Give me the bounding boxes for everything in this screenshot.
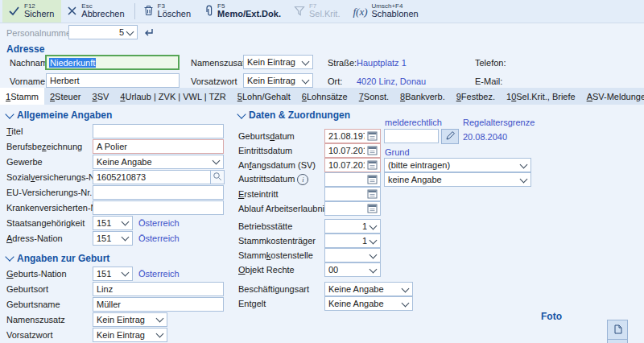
chevron-down-icon: [402, 299, 410, 307]
delete-label: Löschen: [158, 10, 192, 19]
tab-stamm[interactable]: 1 Stamm: [0, 88, 44, 105]
tab-sv-meldungen[interactable]: A SV-Meldungen: [581, 88, 644, 105]
entgelt-select[interactable]: Keine Angabe: [324, 296, 413, 311]
strasse-link[interactable]: Hauptplatz 1: [357, 58, 407, 68]
selkrit-label: Sel.Krit.: [309, 10, 341, 19]
staatsangehoerigkeit-name: Österreich: [138, 218, 180, 228]
nachname-input[interactable]: Niederkunft: [45, 55, 180, 70]
geburtsdatum-input[interactable]: 21.08.1973: [324, 129, 381, 143]
tab-steuer[interactable]: 2 Steuer: [44, 88, 87, 105]
tab-urlaub-zvk-vwl-tzr[interactable]: 4 Urlaub | ZVK | VWL | TZR: [114, 88, 231, 105]
betriebsstaette-label: Betriebsstätte: [238, 221, 324, 231]
calendar-icon[interactable]: [367, 159, 378, 172]
adresse-section-title: Adresse: [6, 43, 44, 55]
objekt-rechte-select[interactable]: 00: [324, 262, 381, 277]
tab-sonst[interactable]: 7 Sonst.: [353, 88, 394, 105]
titel-input[interactable]: [93, 124, 224, 138]
betriebsstaette-select[interactable]: 1: [324, 219, 381, 233]
chevron-down-icon: [126, 27, 134, 35]
geburts-nation-select[interactable]: 151: [93, 267, 133, 281]
ablauf-arbeitserlaubnis-input[interactable]: [324, 201, 381, 216]
geburtsname-label: Geburtsname: [6, 300, 93, 309]
stammkostentraeger-select[interactable]: 1: [324, 233, 381, 248]
chevron-down-icon: [213, 157, 221, 165]
berufsbezeichnung-input[interactable]: A Polier: [93, 139, 224, 154]
load-photo-button[interactable]: [607, 320, 628, 340]
melderechtlich-label: melderechtlich: [385, 118, 442, 127]
vorsatzwort-value: Kein Eintrag: [247, 76, 299, 85]
allgemeine-angaben-title[interactable]: Allgemeine Angaben: [6, 108, 225, 122]
chevron-down-icon: [369, 250, 378, 258]
eintrittsdatum-input[interactable]: 10.07.2013: [324, 143, 381, 158]
calendar-icon[interactable]: [367, 203, 378, 215]
regelaltersgrenze-value: 20.08.2040: [463, 132, 507, 142]
titel-label: Titel: [6, 126, 93, 136]
tab-bankverb[interactable]: 8 Bankverb.: [394, 88, 451, 105]
gewerbe-select[interactable]: Keine Angabe: [93, 155, 224, 169]
zoom-photo-button[interactable]: [607, 339, 628, 343]
calendar-icon[interactable]: [367, 188, 378, 200]
stammkostenstelle-select[interactable]: [324, 248, 381, 262]
save-button[interactable]: F12Sichern: [2, 0, 61, 23]
personalnummer-combobox[interactable]: 5: [68, 25, 138, 39]
tab-lohnsaetze[interactable]: 6 Lohnsätze: [296, 88, 353, 105]
schablonen-label: Schablonen: [372, 10, 419, 19]
tab-sv[interactable]: 3 SV: [87, 88, 115, 105]
calendar-icon[interactable]: [367, 130, 378, 143]
gewerbe-label: Gewerbe: [6, 157, 93, 167]
svnr-search-button[interactable]: [211, 170, 225, 184]
austrittsgrund-select[interactable]: keine Angabe: [384, 172, 531, 187]
vorname-input[interactable]: Herbert: [46, 73, 180, 88]
eu-versicherungsnr-input[interactable]: [93, 185, 224, 200]
eintrittsgrund-select[interactable]: (bitte eintragen): [384, 158, 531, 172]
schablonen-button[interactable]: f(x) Umsch+F4Schablonen: [347, 0, 425, 23]
angaben-zur-geburt-title[interactable]: Angaben zur Geburt: [6, 251, 225, 265]
berufsbezeichnung-label: Berufsbezeichnung: [6, 142, 93, 151]
adress-nation-select[interactable]: 151: [93, 231, 133, 246]
memo-label: Memo/Ext.Dok.: [217, 10, 281, 19]
info-icon[interactable]: i: [297, 174, 308, 185]
ersteintritt-label: Ersteintritt: [238, 189, 324, 199]
memo-button[interactable]: F5Memo/Ext.Dok.: [198, 0, 288, 23]
collapse-chevron-icon: [237, 110, 246, 118]
geburtsdatum-label: Geburtsdatum: [238, 131, 324, 141]
geburt-vorsatzwort-select[interactable]: Kein Eintrag: [93, 328, 167, 342]
delete-button[interactable]: F3Löschen: [138, 0, 199, 23]
chevron-down-icon: [402, 284, 410, 292]
beschaeftigungsart-select[interactable]: Keine Angabe: [324, 282, 413, 296]
chevron-down-icon: [520, 160, 528, 168]
enter-key-icon: [142, 27, 155, 39]
tab-festbez[interactable]: 9 Festbez.: [451, 88, 501, 105]
collapse-chevron-icon: [5, 252, 14, 261]
chevron-down-icon: [302, 57, 310, 65]
foto-title: Foto: [541, 311, 562, 322]
geburtsort-input[interactable]: Linz: [93, 282, 224, 296]
svnr-input[interactable]: 1605210873: [93, 170, 211, 184]
ort-link[interactable]: 4020 Linz, Donau: [357, 76, 426, 86]
allgemeine-angaben-section: Allgemeine Angaben Titel Berufsbezeichnu…: [6, 108, 225, 342]
chevron-down-icon: [520, 175, 528, 183]
tab-selkrit-briefe[interactable]: 10 Sel.Krit., Briefe: [501, 88, 581, 105]
edit-melderechtlich-button[interactable]: [441, 129, 459, 144]
calendar-icon[interactable]: [367, 145, 378, 157]
geburt-namenszusatz-label: Namenszusatz: [6, 315, 93, 324]
chevron-down-icon: [156, 330, 164, 338]
personalnummer-value: 5: [72, 27, 124, 37]
krankenversichertennr-input[interactable]: [93, 200, 224, 215]
staatsangehoerigkeit-select[interactable]: 151: [93, 216, 133, 230]
grund-label: Grund: [385, 147, 410, 157]
tab-lohn-gehalt[interactable]: 5 Lohn/Gehalt: [232, 88, 296, 105]
geburtsname-input[interactable]: Müller: [93, 297, 224, 312]
chevron-down-icon: [369, 221, 378, 229]
vorsatzwort-select[interactable]: Kein Eintrag: [243, 73, 313, 88]
namenszusatz-select[interactable]: Kein Eintrag: [243, 55, 313, 69]
stammkostenstelle-label: Stammkostenstelle: [238, 250, 324, 260]
anfangsdatum-sv-input[interactable]: 10.07.2013: [324, 158, 381, 172]
vorname-label: Vorname: [10, 76, 45, 86]
melderechtlich-input[interactable]: [384, 129, 439, 143]
geburt-namenszusatz-select[interactable]: Kein Eintrag: [93, 312, 167, 327]
cancel-button[interactable]: EscAbbrechen: [61, 0, 131, 23]
calendar-icon[interactable]: [367, 174, 378, 186]
ersteintritt-input[interactable]: [324, 187, 381, 201]
austrittsdatum-input[interactable]: [324, 172, 381, 187]
